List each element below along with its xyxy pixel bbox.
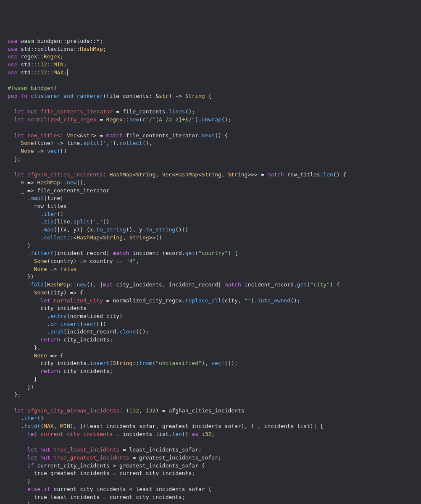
token-def: file_contents_iterator [40,108,113,115]
token-def: normalized_city [54,297,103,304]
token-id: [] [60,148,67,154]
token-ty: String [113,360,132,366]
token-fn: iter [44,211,57,217]
token-fn: clone [119,328,136,335]
token-id [50,297,54,304]
token-str: "country" [198,250,228,256]
code-line: let afghan_city_minmax_incidents: (i32, … [8,407,421,415]
token-id: (line. [54,218,74,225]
token-id: current_city_incidents > greatest_incide… [34,462,205,469]
token-id: { [205,93,212,99]
token-fn: replace_all [185,297,221,304]
token-id: => { [47,352,63,359]
token-id: _ => file_contents_iterator [8,187,110,194]
token-id [8,352,34,359]
token-id: ), |(least_incidents_sofar, greatest_inc… [70,423,324,429]
token-fn: fold [31,281,44,288]
token-fn: map [31,195,40,201]
token-ty: str [159,93,168,99]
token-id: <& [76,132,83,139]
token-id: . [8,328,50,335]
token-str: "4" [126,258,136,264]
token-id [8,258,34,264]
token-fn: new [129,116,139,123]
token-def: afghan_cities_incidents [27,171,103,178]
token-id: . [8,313,50,319]
token-id: . [8,211,44,217]
token-id [8,297,40,304]
token-id: . [8,218,44,225]
code-line: .collect::<HashMap<String, String>>() [8,234,421,242]
token-id [8,336,40,343]
token-id: }) [8,384,34,390]
token-fn: insert [90,360,110,366]
token-id: ) { [330,281,339,288]
token-kw: mut [103,281,113,288]
token-def: current_city_incidents [40,431,113,437]
token-kw: let [14,171,24,178]
code-line: Some(country) => country == "4", [8,257,421,265]
token-id: incident_record. [129,250,185,256]
token-id [8,116,14,123]
token-id: }; [8,156,21,162]
token-str: "" [245,297,251,304]
code-line: }; [8,155,421,163]
token-str: ',' [93,218,103,225]
token-id: . [8,195,31,201]
code-editor[interactable]: use wasm_bindgen::prelude::*;use std::co… [8,37,421,504]
token-fn: entry [50,313,67,319]
token-id: incident_record. [241,281,297,288]
token-fn: to_string [96,226,126,233]
token-id: ()); [136,328,149,335]
token-id: (line) => line. [34,140,83,146]
token-fn: unwrap [202,116,221,123]
token-id: () [182,431,192,437]
token-kw: use [8,61,17,68]
code-line: .iter() [8,210,421,218]
token-id: regex:: [17,53,44,60]
code-line: .or_insert(vec![]) [8,320,421,328]
token-fn: push [50,328,63,335]
token-ty: HashMap [47,281,70,288]
code-line: city_incidents [8,304,421,312]
code-line: .filter(|incident_record| match incident… [8,249,421,257]
code-line: None => false [8,265,421,273]
code-line: use std::i32::MIN; [8,61,421,69]
code-line: let normalized_city_regex = Regex::new(r… [8,116,421,124]
token-id: : ( [119,407,129,414]
token-ty: HashMap [80,46,103,52]
token-id: ( [44,281,47,288]
code-line: use std::collections::HashMap; [8,45,421,53]
code-line: else if current_city_incidents < least_i… [8,486,421,494]
token-id: (), y. [126,226,146,233]
token-fn: split [74,218,90,225]
token-kw: let mut [27,454,50,461]
token-id: (|(x, y)| (x. [54,226,97,233]
token-id: (), [142,140,152,146]
code-line: _ => file_contents_iterator [8,187,421,195]
token-id: (), | [87,281,103,288]
token-id: (); [290,297,300,304]
token-id [27,93,31,99]
token-fn: collect [44,234,67,241]
token-ty: String [103,234,123,241]
token-id [50,454,54,461]
token-id [8,431,27,437]
token-ty: Regex [106,116,123,123]
token-id: } [8,478,31,484]
token-id: , [123,234,129,241]
token-id: (), [76,179,86,186]
token-id: ; [211,431,215,437]
token-kw: if [27,462,34,469]
token-id: (normalized_city) [67,313,123,319]
code-line: .push(incident_record.clone()); [8,328,421,336]
token-ty: String [136,171,155,178]
token-id: () [37,415,44,421]
code-line: return city_incidents; [8,336,421,344]
token-id: (|line| [40,195,63,201]
token-fn: from [139,360,152,366]
token-str: "unclassified" [155,360,202,366]
token-ty: Some [21,140,34,146]
token-id: current_city_incidents < least_incidents… [50,486,212,492]
token-id [8,486,27,492]
